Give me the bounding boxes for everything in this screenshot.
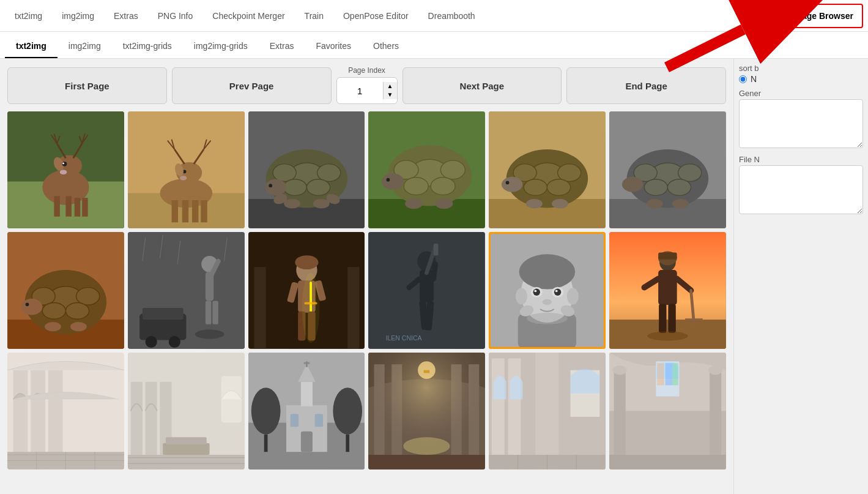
page-index-input[interactable]: [337, 81, 383, 101]
prev-page-button[interactable]: Prev Page: [172, 67, 332, 104]
image-grid-row-1: [7, 111, 726, 228]
nav-img2img[interactable]: img2img: [52, 2, 104, 29]
sub-tab-extras[interactable]: Extras: [259, 35, 305, 58]
svg-rect-24: [171, 200, 177, 222]
image-grid-row-3: [7, 353, 726, 470]
svg-point-96: [21, 299, 42, 315]
nav-openpose-editor[interactable]: OpenPose Editor: [333, 2, 418, 29]
sub-tab-txt2img-grids[interactable]: txt2img-grids: [112, 35, 183, 58]
svg-rect-117: [347, 267, 359, 349]
svg-point-144: [519, 254, 576, 289]
svg-rect-219: [492, 358, 505, 469]
svg-point-127: [302, 273, 319, 343]
image-grid-row-2: ILEN CNICA: [7, 232, 726, 349]
sort-radio-label: N: [751, 74, 757, 84]
svg-rect-108: [206, 301, 212, 324]
spinner-up-button[interactable]: ▲: [384, 82, 397, 91]
nav-train[interactable]: Train: [295, 2, 333, 29]
svg-point-44: [317, 164, 340, 182]
svg-rect-238: [609, 455, 726, 470]
svg-rect-215: [368, 455, 485, 470]
image-cell[interactable]: [489, 232, 606, 349]
svg-point-73: [502, 177, 522, 192]
sub-tab-img2img[interactable]: img2img: [57, 35, 112, 58]
end-page-button[interactable]: End Page: [566, 67, 726, 104]
svg-rect-4: [65, 196, 72, 216]
image-cell[interactable]: [489, 111, 606, 228]
page-index-label: Page Index: [348, 66, 385, 75]
spinner-down-button[interactable]: ▼: [384, 91, 397, 99]
svg-point-99: [26, 302, 29, 306]
svg-point-82: [678, 164, 702, 182]
svg-rect-116: [254, 267, 265, 349]
image-cell[interactable]: [609, 111, 726, 228]
image-cell[interactable]: [128, 353, 245, 470]
sub-tab-favorites[interactable]: Favorites: [305, 35, 362, 58]
image-cell[interactable]: [248, 353, 365, 470]
sort-section: sort b N: [739, 64, 863, 84]
generate-textarea[interactable]: [739, 99, 863, 148]
svg-point-98: [70, 322, 87, 331]
spinner-buttons: ▲ ▼: [383, 82, 397, 99]
page-index-input-wrap: ▲ ▼: [336, 77, 398, 104]
image-cell[interactable]: [128, 232, 245, 349]
image-cell[interactable]: [368, 353, 485, 470]
image-cell[interactable]: [609, 353, 726, 470]
svg-rect-195: [264, 434, 267, 452]
page-index-group: Page Index ▲ ▼: [336, 66, 398, 104]
svg-rect-235: [657, 363, 664, 385]
svg-point-231: [613, 365, 627, 375]
image-cell[interactable]: [7, 353, 124, 470]
svg-point-20: [60, 170, 67, 174]
sort-radio-name[interactable]: [739, 75, 747, 83]
svg-point-119: [295, 255, 318, 269]
next-page-button[interactable]: Next Page: [402, 67, 562, 104]
svg-point-152: [555, 290, 558, 292]
filename-section: File N: [739, 155, 863, 216]
svg-point-150: [554, 288, 561, 295]
image-cell[interactable]: [489, 353, 606, 470]
image-cell[interactable]: [248, 111, 365, 228]
nav-image-browser[interactable]: Image Browser: [782, 4, 863, 28]
svg-point-95: [65, 302, 89, 319]
svg-point-45: [283, 179, 306, 196]
svg-rect-190: [166, 437, 207, 444]
svg-rect-3: [54, 196, 60, 216]
sub-tab-img2img-grids[interactable]: img2img-grids: [183, 35, 259, 58]
svg-point-62: [406, 198, 423, 209]
image-cell[interactable]: [7, 232, 124, 349]
content-area: First Page Prev Page Page Index ▲ ▼ Next…: [0, 59, 733, 494]
image-cell[interactable]: [368, 111, 485, 228]
svg-point-151: [535, 290, 537, 292]
svg-point-145: [516, 288, 527, 304]
nav-dreambooth[interactable]: Dreambooth: [418, 2, 485, 29]
svg-rect-102: [143, 308, 184, 320]
image-cell[interactable]: [128, 111, 245, 228]
svg-point-76: [506, 181, 510, 185]
image-cell[interactable]: [609, 232, 726, 349]
svg-rect-204: [290, 414, 298, 427]
svg-point-58: [441, 160, 466, 179]
svg-point-149: [533, 288, 540, 295]
svg-point-47: [265, 179, 286, 196]
nav-png-info[interactable]: PNG Info: [148, 2, 203, 29]
svg-point-52: [269, 184, 272, 187]
nav-checkpoint-merger[interactable]: Checkpoint Merger: [202, 2, 294, 29]
sub-tab-others[interactable]: Others: [362, 35, 410, 58]
svg-point-61: [382, 173, 404, 190]
nav-txt2img[interactable]: txt2img: [5, 2, 52, 29]
image-cell[interactable]: [248, 232, 365, 349]
svg-rect-26: [192, 200, 198, 222]
first-page-button[interactable]: First Page: [7, 67, 167, 104]
image-cell[interactable]: [7, 111, 124, 228]
svg-point-72: [547, 179, 571, 196]
sub-tab-txt2img[interactable]: txt2img: [5, 35, 57, 58]
svg-point-86: [647, 199, 663, 208]
svg-point-97: [45, 322, 61, 331]
svg-point-64: [387, 178, 390, 182]
image-cell[interactable]: ILEN CNICA: [368, 232, 485, 349]
filename-textarea[interactable]: [739, 165, 863, 214]
svg-point-60: [431, 178, 456, 195]
nav-extras[interactable]: Extras: [104, 2, 148, 29]
svg-rect-27: [201, 200, 207, 222]
